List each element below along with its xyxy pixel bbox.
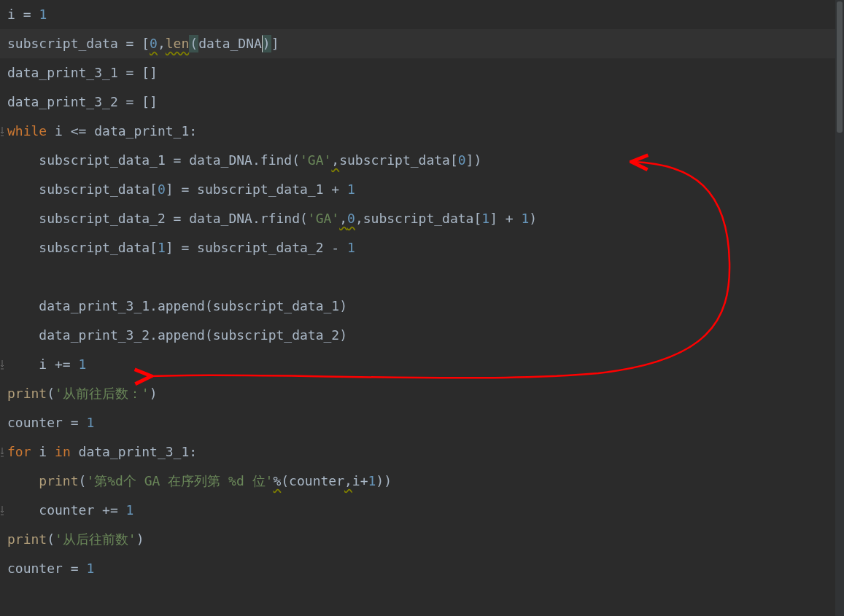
- code-line[interactable]: subscript_data_1 = data_DNA.find('GA',su…: [0, 146, 844, 175]
- indent: [7, 327, 39, 343]
- code-line[interactable]: print('从前往后数：'): [0, 379, 844, 408]
- code-token: print: [7, 531, 47, 547]
- code-line[interactable]: data_print_3_1.append(subscript_data_1): [0, 292, 844, 321]
- code-line[interactable]: data_print_3_2 = []: [0, 87, 844, 117]
- code-token: ]): [466, 152, 482, 168]
- code-line[interactable]: counter = 1: [0, 554, 844, 583]
- code-token: ,: [158, 36, 166, 51]
- code-token: 1: [126, 502, 134, 518]
- code-token: = []: [126, 94, 158, 109]
- code-line[interactable]: counter = 1: [0, 408, 844, 437]
- code-token: ): [136, 531, 144, 547]
- code-token: print: [7, 386, 47, 401]
- code-token: ): [150, 386, 158, 401]
- code-token: 0: [347, 211, 355, 226]
- code-line[interactable]: for i in data_print_3_1:: [0, 437, 844, 467]
- code-token: data_DNA: [198, 36, 262, 51]
- code-token: for: [7, 444, 39, 459]
- indent: [7, 240, 39, 255]
- code-token: data_print_3_2: [7, 94, 126, 109]
- code-token: data_print_3_2.append(subscript_data_2): [39, 327, 347, 343]
- code-line[interactable]: subscript_data = [0,len(data_DNA)]: [0, 29, 844, 58]
- code-token: counter =: [7, 561, 86, 576]
- code-token: (counter: [281, 473, 344, 488]
- code-editor[interactable]: i = 1subscript_data = [0,len(data_DNA)]d…: [0, 0, 844, 616]
- scrollbar-thumb[interactable]: [837, 1, 843, 133]
- code-line[interactable]: subscript_data[1] = subscript_data_2 - 1: [0, 233, 844, 262]
- code-token: (: [47, 386, 55, 401]
- code-line[interactable]: data_print_3_2.append(subscript_data_2): [0, 321, 844, 350]
- code-token: 0: [150, 36, 158, 51]
- code-token: subscript_data[: [39, 240, 158, 255]
- code-token: data_print_3_1: [7, 65, 126, 80]
- code-token: 1: [347, 240, 355, 255]
- code-token: print: [39, 473, 78, 488]
- return-gutter-icon: [0, 117, 4, 146]
- code-token: ): [262, 35, 271, 52]
- return-gutter-icon: [0, 437, 4, 467]
- code-line[interactable]: print('从后往前数'): [0, 525, 844, 554]
- code-line[interactable]: [0, 262, 844, 292]
- code-line[interactable]: i += 1: [0, 350, 844, 379]
- code-line[interactable]: subscript_data_2 = data_DNA.rfind('GA',0…: [0, 204, 844, 233]
- code-line[interactable]: while i <= data_print_1:: [0, 117, 844, 146]
- indent: [7, 502, 39, 518]
- code-token: subscript_data[: [39, 182, 158, 197]
- code-token: '第%d个 GA 在序列第 %d 位': [86, 473, 273, 488]
- code-line[interactable]: subscript_data[0] = subscript_data_1 + 1: [0, 175, 844, 204]
- code-token: ] = subscript_data_1 +: [166, 182, 347, 197]
- code-token: 1: [86, 561, 94, 576]
- code-token: counter +=: [39, 502, 125, 518]
- code-token: i: [7, 7, 23, 22]
- code-token: 1: [79, 356, 87, 372]
- indent: [7, 298, 39, 313]
- code-token: %: [273, 473, 281, 488]
- return-gutter-icon: [0, 350, 4, 379]
- code-token: ,: [344, 473, 352, 488]
- code-token: 1: [368, 473, 376, 488]
- code-token: ): [529, 211, 537, 226]
- code-token: in: [55, 444, 79, 459]
- code-token: i+: [352, 473, 368, 488]
- code-token: '从后往前数': [55, 531, 136, 547]
- code-token: (: [79, 473, 87, 488]
- indent: [7, 182, 39, 197]
- code-token: )): [376, 473, 392, 488]
- code-token: ,: [355, 211, 363, 226]
- code-token: subscript_data[: [363, 211, 482, 226]
- code-token: i: [39, 444, 55, 459]
- code-token: (: [47, 531, 55, 547]
- code-token: = [: [126, 36, 150, 51]
- indent: [7, 356, 39, 372]
- code-line[interactable]: data_print_3_1 = []: [0, 58, 844, 87]
- code-token: 1: [521, 211, 529, 226]
- indent: [7, 211, 39, 226]
- code-token: 0: [158, 182, 166, 197]
- code-token: 1: [347, 182, 355, 197]
- code-token: subscript_data: [7, 36, 126, 51]
- code-token: ,: [331, 152, 339, 168]
- code-line[interactable]: print('第%d个 GA 在序列第 %d 位'%(counter,i+1)): [0, 467, 844, 496]
- code-token: subscript_data_2 = data_DNA.rfind(: [39, 211, 307, 226]
- code-token: subscript_data_1 = data_DNA.find(: [39, 152, 300, 168]
- code-token: 1: [39, 7, 47, 22]
- code-token: ] +: [489, 211, 521, 226]
- code-token: data_print_3_1.append(subscript_data_1): [39, 298, 347, 313]
- code-token: ]: [271, 36, 279, 51]
- code-token: (: [189, 35, 198, 52]
- code-token: 0: [458, 152, 466, 168]
- code-token: counter =: [7, 415, 86, 430]
- vertical-scrollbar[interactable]: [835, 0, 844, 616]
- indent: [7, 152, 39, 168]
- code-token: subscript_data[: [339, 152, 458, 168]
- code-token: 1: [481, 211, 489, 226]
- code-token: ] = subscript_data_2 -: [166, 240, 347, 255]
- code-line[interactable]: counter += 1: [0, 496, 844, 525]
- code-token: 1: [86, 415, 94, 430]
- return-gutter-icon: [0, 496, 4, 525]
- code-token: 1: [158, 240, 166, 255]
- code-token: 'GA': [300, 152, 331, 168]
- indent: [7, 473, 39, 488]
- code-token: len: [166, 36, 190, 51]
- code-line[interactable]: i = 1: [0, 0, 844, 29]
